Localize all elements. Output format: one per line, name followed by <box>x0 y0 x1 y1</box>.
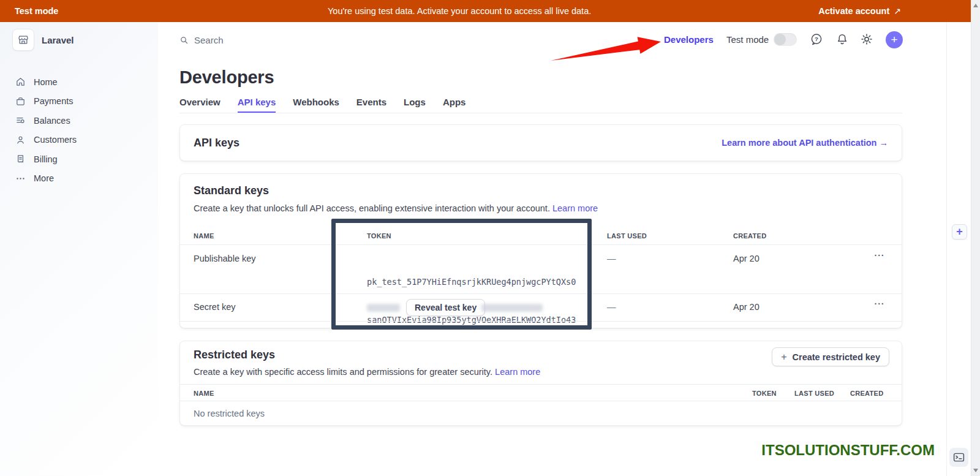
developers-header-link[interactable]: Developers <box>664 34 714 45</box>
home-icon <box>15 77 26 87</box>
test-mode-banner: Test mode You're using test data. Activa… <box>0 0 971 22</box>
api-keys-card-title: API keys <box>194 137 239 149</box>
reveal-test-key-button[interactable]: Reveal test key <box>406 299 485 316</box>
storefront-icon <box>12 29 34 51</box>
sidebar: Laravel Home Payments Balances Customers… <box>0 22 158 476</box>
settings-gear-button[interactable] <box>860 32 873 46</box>
annotation-rail: + <box>946 22 971 476</box>
scrollbar-up-arrow[interactable] <box>973 4 978 7</box>
toggle-knob <box>774 34 786 45</box>
standard-keys-description: Create a key that unlocks full API acces… <box>194 203 598 213</box>
sidebar-nav: Home Payments Balances Customers Billing… <box>0 72 158 188</box>
table-row-secret-key: Secret key Reveal test key — Apr 20 ··· <box>180 294 902 322</box>
created-value: Apr 20 <box>733 254 760 263</box>
sidebar-item-more[interactable]: More <box>0 169 158 189</box>
tab-api-keys[interactable]: API keys <box>238 97 276 113</box>
annotation-arrow <box>547 35 666 64</box>
sidebar-item-label: Home <box>34 77 58 87</box>
ellipsis-icon: ··· <box>875 299 885 309</box>
sidebar-item-billing[interactable]: Billing <box>0 149 158 169</box>
search-icon <box>179 36 189 45</box>
restricted-keys-card: Restricted keys Create a key with specif… <box>179 341 902 426</box>
sidebar-item-label: Billing <box>34 154 58 164</box>
right-arrow-icon: → <box>880 138 889 148</box>
developers-tabs: Overview API keys Webhooks Events Logs A… <box>179 97 466 113</box>
watermark: ITSOLUTIONSTUFF.COM <box>761 442 935 459</box>
payments-icon <box>15 96 26 107</box>
plus-icon: + <box>781 352 786 362</box>
restricted-keys-title: Restricted keys <box>194 349 275 361</box>
standard-keys-table-header: NAME TOKEN LAST USED CREATED <box>180 227 902 245</box>
sidebar-item-label: Balances <box>34 116 70 126</box>
hidden-token-blur-right <box>481 304 543 312</box>
tab-webhooks[interactable]: Webhooks <box>293 97 339 113</box>
activate-account-link[interactable]: Activate account↗ <box>818 0 901 22</box>
account-switcher[interactable]: Laravel <box>12 29 74 51</box>
terminal-button[interactable] <box>949 448 968 467</box>
sidebar-item-label: Payments <box>34 96 73 106</box>
empty-state-text: No restricted keys <box>194 401 265 426</box>
plus-icon: + <box>891 33 897 46</box>
sidebar-item-label: More <box>34 173 54 183</box>
key-name: Secret key <box>194 302 236 312</box>
col-last-used: LAST USED <box>607 227 647 245</box>
add-menu-button[interactable]: + <box>886 31 903 48</box>
tabs-divider <box>179 113 902 113</box>
restricted-keys-learn-more-link[interactable]: Learn more <box>495 367 540 377</box>
col-token: TOKEN <box>752 385 777 402</box>
tab-events[interactable]: Events <box>356 97 386 113</box>
api-keys-card: API keys Learn more about API authentica… <box>179 124 902 161</box>
standard-keys-learn-more-link[interactable]: Learn more <box>552 203 598 213</box>
standard-keys-card: Standard keys Create a key that unlocks … <box>179 173 902 328</box>
question-glyph: ? <box>815 36 818 42</box>
test-mode-toggle[interactable] <box>774 33 797 46</box>
col-last-used: LAST USED <box>794 385 834 402</box>
more-icon <box>15 173 26 184</box>
notifications-bell-button[interactable] <box>835 32 849 46</box>
vertical-scrollbar[interactable] <box>971 0 980 476</box>
create-restricted-key-button[interactable]: +Create restricted key <box>772 347 889 366</box>
row-overflow-menu-button[interactable]: ··· <box>871 251 888 260</box>
col-name: NAME <box>194 227 214 245</box>
col-token: TOKEN <box>367 227 391 245</box>
col-created: CREATED <box>850 385 883 402</box>
search-placeholder: Search <box>194 35 224 45</box>
tab-apps[interactable]: Apps <box>443 97 466 113</box>
hidden-token-blur-left <box>367 304 400 312</box>
key-name: Publishable key <box>194 254 256 263</box>
scrollbar-down-arrow[interactable] <box>973 469 978 472</box>
annotation-add-button[interactable]: + <box>952 224 967 240</box>
banner-test-mode-label: Test mode <box>15 0 58 22</box>
tab-logs[interactable]: Logs <box>404 97 426 113</box>
test-mode-toggle-label: Test mode <box>726 34 769 45</box>
col-created: CREATED <box>733 227 766 245</box>
sidebar-item-home[interactable]: Home <box>0 72 158 92</box>
last-used-value: — <box>607 302 616 312</box>
stripe-dashboard: Test mode You're using test data. Activa… <box>0 0 980 476</box>
tab-overview[interactable]: Overview <box>179 97 221 113</box>
help-button[interactable]: ? <box>810 32 823 46</box>
row-overflow-menu-button[interactable]: ··· <box>871 299 888 309</box>
page-title: Developers <box>179 67 274 88</box>
sidebar-item-balances[interactable]: Balances <box>0 111 158 130</box>
col-name: NAME <box>194 385 214 402</box>
terminal-icon <box>952 451 965 464</box>
restricted-keys-table-header: NAME TOKEN LAST USED CREATED <box>180 384 902 401</box>
sidebar-item-customers[interactable]: Customers <box>0 130 158 150</box>
banner-message: You're using test data. Activate your ac… <box>328 0 591 22</box>
restricted-keys-description: Create a key with specific access limits… <box>194 367 540 377</box>
created-value: Apr 20 <box>733 302 760 312</box>
sidebar-item-payments[interactable]: Payments <box>0 92 158 111</box>
external-link-icon: ↗ <box>894 6 901 16</box>
table-row-publishable-key: Publishable key pk_test_51P7YHiEfnqsrjkK… <box>180 245 902 294</box>
search-input[interactable]: Search <box>179 32 314 48</box>
sidebar-item-label: Customers <box>34 135 77 145</box>
standard-keys-title: Standard keys <box>194 184 269 197</box>
billing-icon <box>15 154 26 164</box>
balances-icon <box>15 115 26 126</box>
customers-icon <box>15 135 26 145</box>
learn-more-api-authentication-link[interactable]: Learn more about API authentication → <box>722 138 888 148</box>
plus-icon: + <box>956 225 963 238</box>
last-used-value: — <box>607 254 616 263</box>
ellipsis-icon: ··· <box>875 251 885 260</box>
